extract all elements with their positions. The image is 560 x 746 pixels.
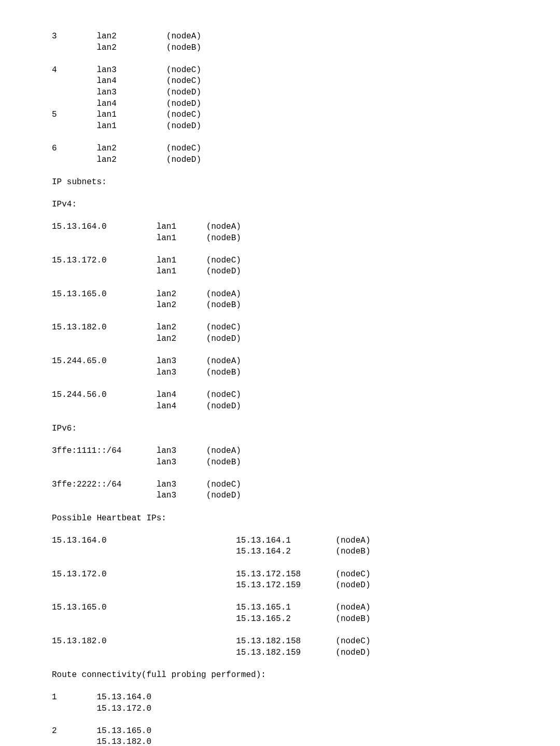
ip-subnets-label: IP subnets: xyxy=(52,177,107,187)
heartbeat-heading: Possible Heartbeat IPs: xyxy=(52,502,508,524)
ipv6-label: IPv6: xyxy=(52,424,77,433)
route-heading: Route connectivity(full probing performe… xyxy=(52,658,508,681)
ipv6-heading: IPv6: xyxy=(52,412,508,434)
route-table: 1 15.13.164.0 15.13.172.0 2 15.13.165.0 … xyxy=(52,681,508,746)
top-table: 3 lan2 (nodeA) lan2 (nodeB) 4 lan3 (node… xyxy=(52,31,508,165)
heartbeat-label: Possible Heartbeat IPs: xyxy=(52,514,166,523)
heartbeat-table: 15.13.164.0 15.13.164.1 (nodeA) 15.13.16… xyxy=(52,524,508,658)
route-label: Route connectivity(full probing performe… xyxy=(52,670,266,680)
ipv4-label: IPv4: xyxy=(52,200,77,209)
ip-subnets-heading: IP subnets: IPv4: xyxy=(52,165,508,210)
ipv6-table: 3ffe:1111::/64 lan3 (nodeA) lan3 (nodeB)… xyxy=(52,434,508,502)
ipv4-table: 15.13.164.0 lan1 (nodeA) lan1 (nodeB) 15… xyxy=(52,211,508,412)
